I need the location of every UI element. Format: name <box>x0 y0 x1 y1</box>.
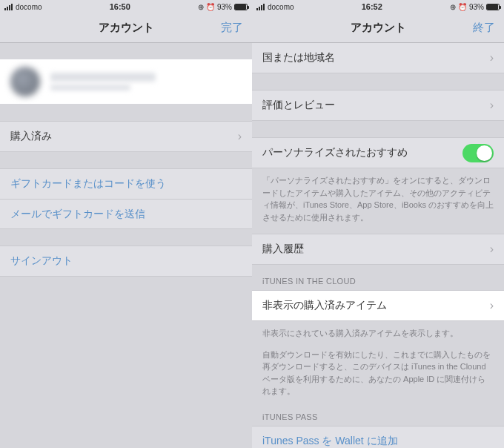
row-label: ギフトカードまたはコードを使う <box>10 177 166 191</box>
autodl-footer: 自動ダウンロードを有効にしたり、これまでに購入したものを再ダウンロードすると、こ… <box>252 343 504 401</box>
hidden-footer: 非表示にされている購入済みアイテムを表示します。 <box>252 321 504 343</box>
battery-icon <box>234 4 248 10</box>
hidden-purchases-row[interactable]: 非表示の購入済みアイテム › <box>252 291 504 320</box>
page-title: アカウント <box>252 21 504 35</box>
account-row[interactable] <box>0 59 252 104</box>
carrier-label: docomo <box>268 3 294 11</box>
battery-icon <box>486 4 500 10</box>
row-label: 購入済み <box>10 130 52 143</box>
status-bar: docomo 16:52 ⊕ ⏰ 93% <box>252 0 504 13</box>
signout-row[interactable]: サインアウト <box>0 246 252 276</box>
status-bar: docomo 16:50 ⊕ ⏰ 93% <box>0 0 252 13</box>
personalized-toggle[interactable] <box>462 144 494 162</box>
content: 国または地域名 › 評価とレビュー › パーソナライズされたおすすめ 「パーソナ… <box>252 43 504 448</box>
chevron-right-icon: › <box>238 130 242 143</box>
row-label: サインアウト <box>10 254 73 268</box>
row-label: 購入履歴 <box>262 243 304 256</box>
row-label: 評価とレビュー <box>262 99 335 112</box>
send-gift-row[interactable]: メールでギフトカードを送信 <box>0 199 252 228</box>
redeem-row[interactable]: ギフトカードまたはコードを使う <box>0 169 252 199</box>
purchase-history-row[interactable]: 購入履歴 › <box>252 234 504 264</box>
personalized-footer: 「パーソナライズされたおすすめ」をオンにすると、ダウンロードしたアイテムや購入し… <box>252 168 504 226</box>
reviews-row[interactable]: 評価とレビュー › <box>252 90 504 120</box>
clock: 16:52 <box>294 2 450 11</box>
row-label: メールでギフトカードを送信 <box>10 208 145 221</box>
close-button[interactable]: 終了 <box>473 21 495 35</box>
row-label: iTunes Pass を Wallet に追加 <box>262 435 398 448</box>
alarm-icon: ⏰ <box>206 3 215 11</box>
row-label: 国または地域名 <box>262 51 335 65</box>
alarm-icon: ⏰ <box>458 3 467 11</box>
row-label: 非表示の購入済みアイテム <box>262 299 387 312</box>
itunes-pass-row[interactable]: iTunes Pass を Wallet に追加 <box>252 426 504 449</box>
account-name-redacted <box>50 70 242 93</box>
purchased-row[interactable]: 購入済み › <box>0 122 252 151</box>
left-screenshot: docomo 16:50 ⊕ ⏰ 93% アカウント 完了 購入済み › <box>0 0 252 448</box>
country-row[interactable]: 国または地域名 › <box>252 43 504 73</box>
content: 購入済み › ギフトカードまたはコードを使う メールでギフトカードを送信 サイン… <box>0 43 252 448</box>
page-title: アカウント <box>0 21 252 35</box>
orientation-lock-icon: ⊕ <box>450 3 456 11</box>
avatar <box>10 67 40 96</box>
nav-bar: アカウント 終了 <box>252 13 504 43</box>
battery-percent: 93% <box>469 3 484 11</box>
orientation-lock-icon: ⊕ <box>198 3 204 11</box>
clock: 16:50 <box>42 2 198 11</box>
signal-icon <box>4 4 13 10</box>
carrier-label: docomo <box>16 3 42 11</box>
right-screenshot: docomo 16:52 ⊕ ⏰ 93% アカウント 終了 国または地域名 › … <box>252 0 504 448</box>
signal-icon <box>256 4 265 10</box>
itunes-pass-header: iTUNES PASS <box>252 401 504 426</box>
nav-bar: アカウント 完了 <box>0 13 252 43</box>
chevron-right-icon: › <box>490 299 494 312</box>
done-button[interactable]: 完了 <box>221 21 243 35</box>
chevron-right-icon: › <box>490 243 494 256</box>
personalized-row: パーソナライズされたおすすめ <box>252 138 504 168</box>
chevron-right-icon: › <box>490 51 494 65</box>
itunes-cloud-header: iTUNES IN THE CLOUD <box>252 265 504 290</box>
row-label: パーソナライズされたおすすめ <box>262 146 408 159</box>
chevron-right-icon: › <box>490 99 494 112</box>
battery-percent: 93% <box>217 3 232 11</box>
